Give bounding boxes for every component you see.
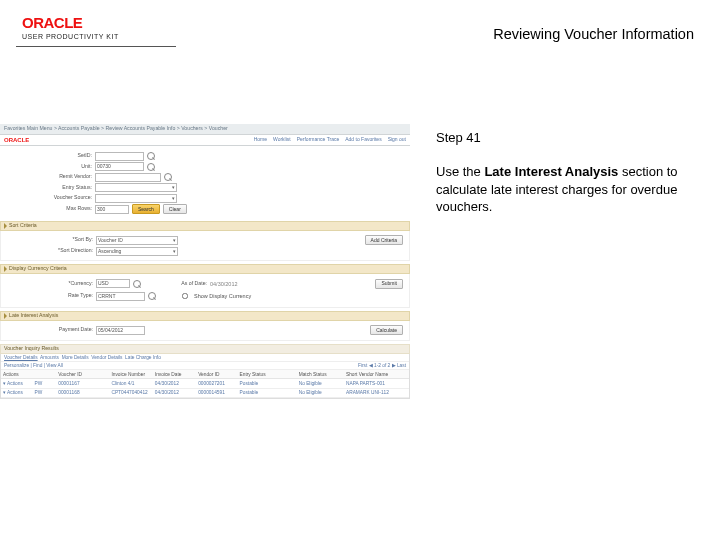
col-blank [33,370,57,378]
oracle-logo: ORACLE [22,14,119,31]
table-row[interactable]: ▾ Actions PW 00001168 CPT0447040412 04/3… [1,389,409,398]
instr-bold: Late Interest Analysis [484,164,618,179]
value-asof: 04/30/2012 [210,281,238,287]
section-display-currency[interactable]: Display Currency Criteria [0,264,410,274]
pager-nav[interactable]: First ◀ 1-2 of 2 ▶ Last [358,363,406,368]
pager-links[interactable]: Personalize | Find | View All [4,363,63,368]
section-sort-criteria[interactable]: Sort Criteria [0,221,410,231]
label-status: Entry Status: [30,185,92,191]
breadcrumb: Favorites Main Menu > Accounts Payable >… [0,124,410,135]
instr-pre: Use the [436,164,484,179]
chevron-down-icon: ▾ [172,185,175,191]
link-home[interactable]: Home [254,137,267,144]
lookup-icon[interactable] [148,292,156,300]
input-setid[interactable] [95,152,144,161]
col-match-status: Match Status [297,370,344,378]
product-name: USER PRODUCTIVITY KIT [22,33,119,40]
chevron-down-icon: ▾ [172,196,175,202]
triangle-icon [4,313,7,319]
lookup-icon[interactable] [147,152,155,160]
link-signout[interactable]: Sign out [388,137,406,144]
results-table: Voucher Details Amounts More Details Ven… [0,354,410,399]
col-invoice-date: Invoice Date [153,370,196,378]
table-row[interactable]: ▾ Actions PW 00001167 Clinton 4/1 04/30/… [1,379,409,388]
app-toplinks[interactable]: Home Worklist Performance Trace Add to F… [254,137,406,144]
step-instruction: Use the Late Interest Analysis section t… [436,163,700,216]
label-sortby: *Sort By: [31,237,93,243]
input-payment-date[interactable]: 05/04/2012 [96,326,145,335]
link-perf[interactable]: Performance Trace [297,137,340,144]
checkbox-show-currency[interactable] [182,293,188,299]
search-button[interactable]: Search [132,204,160,214]
input-remit[interactable] [95,173,161,182]
embedded-screenshot: Favorites Main Menu > Accounts Payable >… [0,124,410,434]
label-currency: *Currency: [31,281,93,287]
link-worklist[interactable]: Worklist [273,137,291,144]
col-entry-status: Entry Status [238,370,297,378]
col-invoice-num: Invoice Number [109,370,152,378]
input-unit[interactable]: 00730 [95,162,144,171]
label-ratetype: Rate Type: [31,293,93,299]
results-tabs[interactable]: Voucher Details Amounts More Details Ven… [4,355,161,360]
label-show-currency: Show Display Currency [194,293,251,299]
triangle-icon [4,223,7,229]
step-label: Step 41 [436,130,700,145]
input-currency[interactable]: USD [96,279,130,288]
page-title: Reviewing Voucher Information [493,26,694,42]
select-sort-by[interactable]: Voucher ID▾ [96,236,178,245]
col-voucherid: Voucher ID [56,370,109,378]
label-sortdir: *Sort Direction: [31,248,93,254]
lookup-icon[interactable] [164,173,172,181]
lookup-icon[interactable] [147,163,155,171]
label-unit: Unit: [30,164,92,170]
input-max-rows[interactable]: 300 [95,205,129,214]
lookup-icon[interactable] [133,280,141,288]
label-asof: As of Date: [167,281,207,287]
results-header: Voucher Inquiry Results [0,344,410,354]
link-fav[interactable]: Add to Favorites [345,137,381,144]
col-actions: Actions [1,370,33,378]
label-payment-date: Payment Date: [31,327,93,333]
clear-button[interactable]: Clear [163,204,187,214]
col-vendorid: Vendor ID [196,370,237,378]
add-criteria-button[interactable]: Add Criteria [365,235,403,245]
select-voucher-source[interactable]: ▾ [95,194,177,203]
select-entry-status[interactable]: ▾ [95,183,177,192]
submit-button[interactable]: Submit [375,279,403,289]
section-late-interest[interactable]: Late Interest Analysis [0,311,410,321]
label-setid: SetID: [30,153,92,159]
label-max: Max Rows: [30,206,92,212]
input-ratetype[interactable]: CRRNT [96,292,145,301]
col-vendor-name: Short Vendor Name [344,370,409,378]
label-remit: Remit Vendor: [30,174,92,180]
triangle-icon [4,266,7,272]
header-rule [16,46,176,47]
app-logo: ORACLE [4,137,29,144]
select-sort-dir[interactable]: Ascending▾ [96,247,178,256]
calculate-button[interactable]: Calculate [370,325,403,335]
label-src: Voucher Source: [30,195,92,201]
